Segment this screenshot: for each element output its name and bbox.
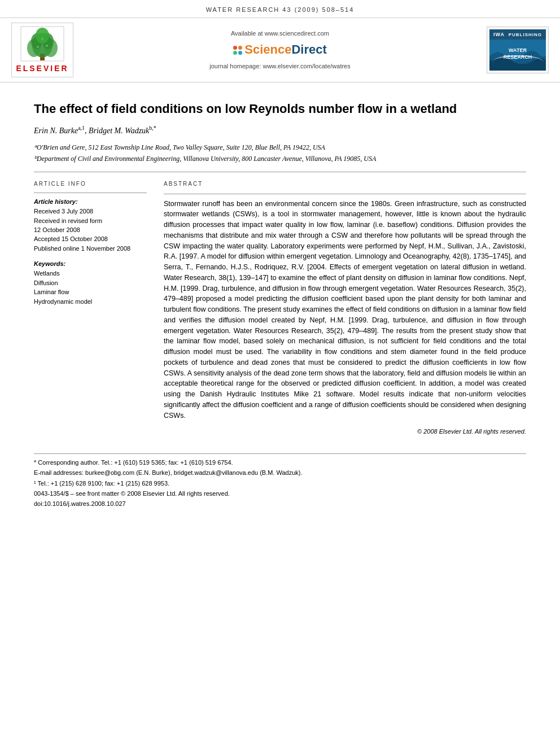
svg-point-7: [36, 28, 49, 43]
accepted-date: Accepted 15 October 2008: [34, 235, 147, 243]
published-date: Published online 1 November 2008: [34, 244, 147, 253]
keyword-1: Wetlands: [34, 269, 147, 278]
elsevier-label: ELSEVIER: [16, 63, 68, 75]
article-info-header: ARTICLE INFO: [34, 180, 147, 188]
wr-wave-icon: WATER RESEARCH: [489, 40, 546, 71]
history-label: Article history:: [34, 198, 147, 206]
wr-logo-image: WATER RESEARCH: [489, 40, 546, 71]
footnote-1-line: ¹ Tel.: +1 (215) 628 9100; fax: +1 (215)…: [34, 479, 526, 488]
keywords-label: Keywords:: [34, 260, 147, 268]
svg-point-8: [37, 46, 39, 48]
sd-logo-text: ScienceDirect: [244, 41, 327, 59]
elsevier-tree-icon: [20, 25, 65, 62]
left-column: ARTICLE INFO Article history: Received 3…: [34, 180, 147, 436]
authors-line: Erin N. Burkea,1, Bridget M. Wadzukb,*: [34, 124, 526, 136]
corresponding-author-line: * Corresponding author. Tel.: +1 (610) 5…: [34, 458, 526, 467]
top-banner: ELSEVIER Available at www.sciencedirect.…: [0, 18, 560, 82]
received-2-date: 12 October 2008: [34, 226, 147, 234]
footer-section: * Corresponding author. Tel.: +1 (610) 5…: [34, 453, 526, 509]
sciencedirect-logo: ScienceDirect: [233, 41, 327, 59]
sd-dots-icon: [233, 46, 242, 55]
wr-logo-top-text: IWA PUBLISHING: [489, 29, 546, 40]
abstract-text: Stormwater runoff has been an environmen…: [164, 199, 526, 421]
corresponding-author-text: * Corresponding author. Tel.: +1 (610) 5…: [34, 459, 233, 466]
doi-line: doi:10.1016/j.watres.2008.10.027: [34, 500, 526, 508]
affiliations: ᵃO'Brien and Gere, 512 East Township Lin…: [34, 142, 526, 164]
two-column-layout: ARTICLE INFO Article history: Received 3…: [34, 180, 526, 436]
right-column: ABSTRACT Stormwater runoff has been an e…: [164, 180, 526, 436]
email-line: E-mail addresses: burkee@obg.com (E.N. B…: [34, 469, 526, 477]
received-1: Received 3 July 2008: [34, 207, 147, 216]
copyright-line: © 2008 Elsevier Ltd. All rights reserved…: [164, 427, 526, 436]
abstract-divider: [164, 194, 526, 194]
available-text: Available at www.sciencedirect.com: [231, 29, 329, 38]
article-title: The effect of field conditions on low Re…: [34, 101, 526, 117]
svg-point-10: [41, 38, 43, 40]
journal-homepage: journal homepage: www.elsevier.com/locat…: [209, 62, 350, 71]
issn-line: 0043-1354/$ – see front matter © 2008 El…: [34, 490, 526, 498]
keyword-3: Laminar flow: [34, 288, 147, 296]
author1-name: Erin N. Burke: [34, 126, 78, 135]
svg-text:WATER: WATER: [509, 47, 527, 53]
email-text: E-mail addresses: burkee@obg.com (E.N. B…: [34, 469, 303, 476]
elsevier-logo: ELSEVIER: [11, 23, 73, 77]
svg-point-9: [46, 45, 48, 47]
svg-text:RESEARCH: RESEARCH: [504, 54, 532, 60]
article-history-section: Article history: Received 3 July 2008 Re…: [34, 193, 147, 253]
keywords-section: Keywords: Wetlands Diffusion Laminar flo…: [34, 260, 147, 306]
footnote1-text: ¹ Tel.: +1 (215) 628 9100; fax: +1 (215)…: [34, 480, 169, 487]
affiliation-b: ᵇDepartment of Civil and Environmental E…: [34, 154, 526, 164]
author2-sup: b,*: [149, 125, 156, 131]
keyword-4: Hydrodynamic model: [34, 298, 147, 306]
received-2-label: Received in revised form: [34, 217, 147, 225]
author1-sup: a,1: [78, 125, 85, 131]
affiliation-a: ᵃO'Brien and Gere, 512 East Township Lin…: [34, 142, 526, 152]
abstract-header: ABSTRACT: [164, 180, 526, 188]
author2-name: Bridget M. Wadzuk: [89, 126, 149, 135]
main-content: The effect of field conditions on low Re…: [0, 82, 560, 522]
keyword-2: Diffusion: [34, 279, 147, 287]
journal-header-text: WATER RESEARCH 43 (2009) 508–514: [206, 6, 355, 13]
journal-header: WATER RESEARCH 43 (2009) 508–514: [0, 0, 560, 18]
divider-1: [34, 172, 526, 172]
water-research-logo: IWA PUBLISHING WATER RESEARCH: [487, 27, 549, 74]
center-banner: Available at www.sciencedirect.com Scien…: [79, 29, 481, 71]
